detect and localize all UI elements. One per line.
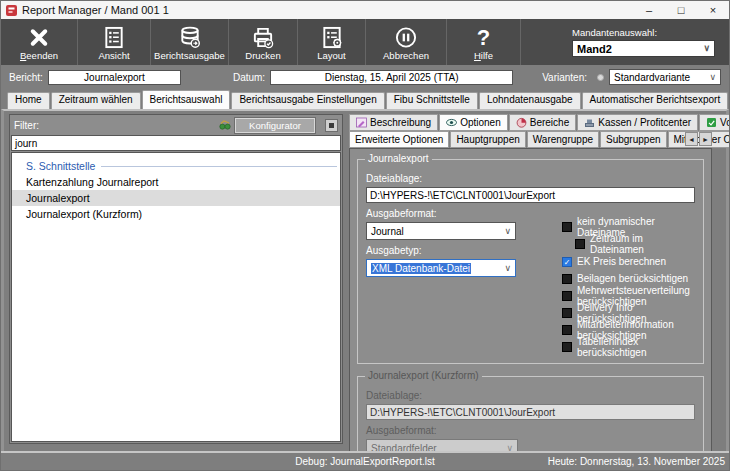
tab-scroll-right-icon[interactable]: ► — [699, 132, 712, 146]
varianten-zone: Varianten: Standardvariante ∨ — [542, 69, 721, 85]
mandant-label: Mandantenauswahl: — [572, 27, 715, 38]
checkbox-ek-preis-berechnen[interactable]: ✓ EK Preis berechnen — [562, 255, 695, 268]
konfigurator-button[interactable]: Konfigurator — [235, 118, 315, 133]
list-item[interactable]: Journalexport (Kurzform) — [12, 206, 340, 222]
checkbox-icon[interactable] — [562, 342, 572, 352]
tab-vorgaben-label: Vorgaben — [720, 117, 730, 128]
tab-optionen[interactable]: Optionen — [439, 114, 508, 131]
main-tab-strip: Home Zeitraum wählen Berichtsauswahl Ber… — [1, 89, 729, 109]
options-content: Journalexport Dateiablage: D:\HYPERS-!\E… — [349, 148, 712, 471]
checkbox-mitarbeiterinformation[interactable]: Mitarbeiterinformation berücksichtigen — [562, 323, 695, 336]
datum-input[interactable]: Dienstag, 15. April 2025 (TTA) — [270, 70, 513, 85]
list-gear-icon — [318, 26, 346, 49]
checkbox-icon[interactable] — [562, 291, 572, 301]
hilfe-label: Hilfe — [474, 50, 493, 61]
option-tab-row: Erweiterte Optionen Hauptgruppen Warengr… — [349, 131, 712, 148]
ausgabeformat-label: Ausgabeformat: — [366, 208, 516, 219]
tab-home[interactable]: Home — [7, 92, 50, 109]
checkbox-tabellenindex[interactable]: Tabellenindex berücksichtigen — [562, 340, 695, 353]
minimize-button[interactable]: – — [633, 1, 665, 19]
question-mark-icon: ? — [477, 26, 490, 49]
tab-fibu-schnittstelle[interactable]: Fibu Schnittstelle — [386, 92, 478, 109]
tab-hauptgruppen[interactable]: Hauptgruppen — [450, 131, 525, 148]
checkbox-label: EK Preis berechnen — [577, 256, 666, 267]
checkbox-icon[interactable] — [562, 222, 572, 232]
maximize-button[interactable]: □ — [665, 1, 697, 19]
tab-erweiterte-optionen[interactable]: Erweiterte Optionen — [349, 131, 449, 148]
list-item-selected[interactable]: Journalexport — [12, 190, 340, 206]
berichtsausgabe-button[interactable]: Berichtsausgabe — [151, 19, 229, 65]
checkbox-icon[interactable] — [562, 325, 572, 335]
checkbox-zeitraum-im-dateinamen[interactable]: Zeitraum im Dateinamen — [562, 237, 695, 250]
journalexport-group: Journalexport Dateiablage: D:\HYPERS-!\E… — [357, 159, 704, 364]
checkbox-label: Tabellenindex berücksichtigen — [577, 336, 695, 358]
ausgabeformat-select[interactable]: Journal ∨ — [366, 222, 516, 240]
list-item[interactable]: Kartenzahlung Journalreport — [12, 174, 340, 190]
tab-optionen-label: Optionen — [460, 117, 501, 128]
tab-beschreibung[interactable]: Beschreibung — [349, 114, 438, 131]
tab-warengruppe[interactable]: Warengruppe — [527, 131, 599, 148]
ansicht-label: Ansicht — [98, 50, 129, 61]
pause-circle-icon — [392, 26, 420, 49]
workspace: Filter: Konfigurator journ S. Schnittste… — [1, 109, 729, 451]
ausgabetyp-value: XML Datenbank-Datei — [371, 263, 471, 274]
checkbox-beilagen[interactable]: Beilagen berücksichtigen — [562, 272, 695, 285]
mandant-select[interactable]: Mand2 ∨ — [572, 40, 715, 57]
clipboard-check-icon — [706, 117, 717, 128]
varianten-value: Standardvariante — [614, 72, 690, 83]
statusbar: Debug: JournalExportReport.lst Heute: Do… — [1, 451, 729, 470]
layout-button[interactable]: Layout — [298, 19, 366, 65]
close-button[interactable]: × — [697, 1, 729, 19]
tab-subgruppen[interactable]: Subgruppen — [600, 131, 667, 148]
dateiablage-label: Dateiablage: — [366, 173, 695, 184]
journalexport-group-title: Journalexport — [365, 153, 432, 164]
close-x-icon — [25, 26, 53, 49]
checkbox-kein-dynamischer-dateiname[interactable]: kein dynamischer Dateiname — [562, 220, 695, 233]
ansicht-button[interactable]: Ansicht — [78, 19, 151, 65]
report-manager-window: Report Manager / Mand 001 1 – □ × Beende… — [0, 0, 730, 471]
tab-automatischer-berichtsexport[interactable]: Automatischer Berichtsexport — [582, 92, 729, 109]
ausgabetyp-select[interactable]: XML Datenbank-Datei ∨ — [366, 259, 516, 277]
dateiablage-input[interactable]: D:\HYPERS-!\ETC\CLNT0001\JourExport — [366, 187, 695, 203]
tab-vorgaben[interactable]: Vorgaben — [699, 114, 730, 131]
tab-bereiche-label: Bereiche — [530, 117, 569, 128]
tab-bereiche[interactable]: Bereiche — [509, 114, 576, 131]
cash-register-icon — [584, 117, 595, 128]
clipboard-list-icon — [100, 26, 128, 49]
checkbox-checked-icon[interactable]: ✓ — [562, 257, 572, 267]
panel-toggle-button[interactable] — [325, 119, 338, 132]
checkbox-icon[interactable] — [575, 239, 585, 249]
filter-label: Filter: — [14, 120, 39, 131]
varianten-select[interactable]: Standardvariante ∨ — [609, 69, 721, 85]
tab-lohndatenausgabe[interactable]: Lohndatenausgabe — [479, 92, 581, 109]
filter-input[interactable]: journ — [11, 135, 341, 151]
report-bar: Bericht: Journalexport Datum: Dienstag, … — [1, 65, 729, 89]
bericht-input[interactable]: Journalexport — [48, 70, 181, 85]
chevron-down-icon: ∨ — [504, 264, 511, 273]
checkbox-delivery-info[interactable]: Delivery Info berücksichtigen — [562, 306, 695, 319]
abbrechen-button[interactable]: Abbrechen — [366, 19, 447, 65]
checkbox-icon[interactable] — [562, 274, 572, 284]
kurzform-dateiablage-label: Dateiablage: — [366, 390, 695, 401]
varianten-label: Varianten: — [542, 72, 587, 83]
tab-berichtsauswahl[interactable]: Berichtsauswahl — [142, 90, 231, 109]
varianten-led-icon — [597, 74, 604, 81]
tab-scroll-left-icon[interactable]: ◄ — [685, 132, 698, 146]
tab-beschreibung-label: Beschreibung — [370, 117, 431, 128]
window-title: Report Manager / Mand 001 1 — [22, 4, 169, 16]
hilfe-button[interactable]: ? Hilfe — [447, 19, 521, 65]
chevron-down-icon: ∨ — [709, 73, 716, 82]
layout-label: Layout — [317, 50, 346, 61]
checkbox-icon[interactable] — [562, 308, 572, 318]
list-group-header: S. Schnittstelle — [12, 158, 340, 174]
tab-berichtsausgabe-einstellungen[interactable]: Berichtsausgabe Einstellungen — [231, 92, 384, 109]
status-debug: Debug: JournalExportReport.lst — [295, 456, 435, 467]
filter-panel: Filter: Konfigurator journ S. Schnittste… — [9, 114, 343, 444]
tab-kassen-profitcenter[interactable]: Kassen / Profitcenter — [577, 114, 698, 131]
checkbox-mehrwertsteuerverteilung[interactable]: Mehrwertsteuerverteilung berücksichtigen — [562, 289, 695, 302]
beenden-button[interactable]: Beenden — [1, 19, 78, 65]
drucken-button[interactable]: Drucken — [229, 19, 298, 65]
tab-scroll-buttons: ◄ ► — [685, 132, 712, 146]
tab-zeitraum-waehlen[interactable]: Zeitraum wählen — [51, 92, 141, 109]
chevron-down-icon: ∨ — [504, 227, 511, 236]
